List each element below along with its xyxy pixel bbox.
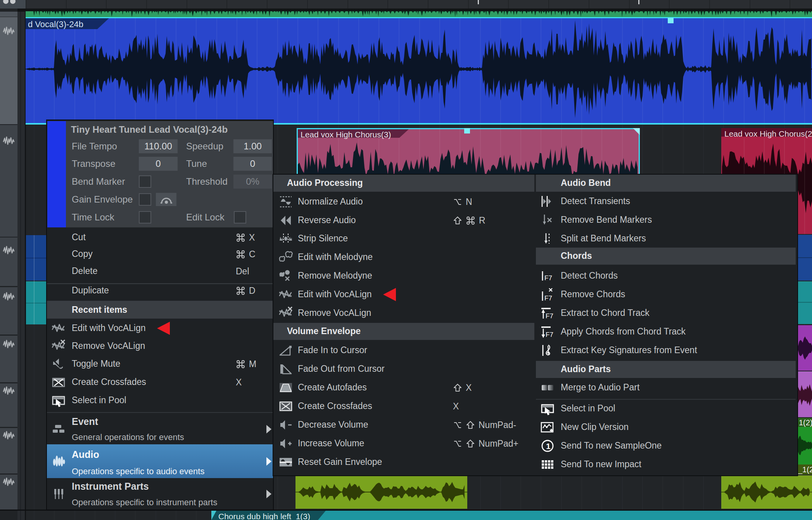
svg-text:F7: F7	[546, 331, 553, 338]
svg-text:F7: F7	[546, 312, 553, 320]
svg-text:F7: F7	[544, 295, 552, 302]
svg-text:F7: F7	[544, 274, 552, 282]
svg-text:1: 1	[546, 442, 551, 451]
